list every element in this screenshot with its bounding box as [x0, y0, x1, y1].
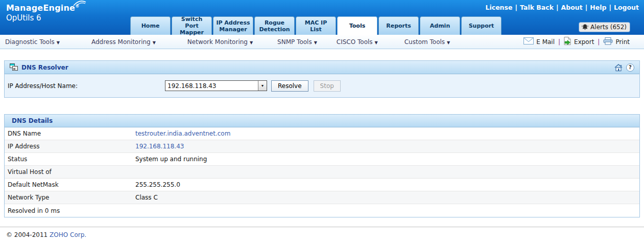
detail-label: Resolved in 0 ms	[8, 207, 135, 214]
table-row: DNS Nametestrouter.india.adventnet.com	[5, 127, 639, 140]
detail-label: Default NetMask	[8, 181, 135, 188]
brand-name: ManageEngine®	[6, 3, 79, 13]
table-row: StatusSystem up and running	[5, 153, 639, 166]
detail-label: IP Address	[8, 143, 135, 150]
detail-value: Class C	[135, 194, 158, 201]
swoosh-icon	[73, 0, 86, 7]
action-label: Print	[615, 38, 630, 46]
action-label: E Mail	[536, 38, 555, 46]
table-row: IP Address192.168.118.43	[5, 140, 639, 153]
action-separator: |	[558, 38, 560, 46]
detail-value[interactable]: testrouter.india.adventnet.com	[135, 130, 230, 137]
resolve-button[interactable]: Resolve	[271, 80, 308, 92]
chevron-down-icon: ▼	[153, 40, 156, 45]
chevron-down-icon: ▼	[447, 40, 450, 45]
bell-icon	[581, 24, 589, 31]
tab-ip-address-manager[interactable]: IP Address Manager	[213, 16, 253, 35]
chevron-down-icon: ▼	[314, 40, 317, 45]
detail-value: System up and running	[135, 156, 207, 163]
dns-resolver-panel: DNS Resolver ? IP Address/Host Name: ▼ R…	[4, 60, 640, 98]
dns-resolver-title: DNS Resolver	[21, 64, 68, 71]
menu-cisco-tools[interactable]: CISCO Tools▼	[337, 38, 378, 46]
chevron-down-icon: ▼	[57, 40, 60, 45]
zoho-link[interactable]: ZOHO Corp.	[50, 231, 86, 238]
ip-host-input[interactable]	[165, 81, 258, 91]
menu-custom-tools[interactable]: Custom Tools▼	[404, 38, 450, 46]
menu-address-monitoring[interactable]: Address Monitoring▼	[91, 38, 156, 46]
detail-label: Virtual Host of	[8, 168, 135, 176]
menu-snmp-tools[interactable]: SNMP Tools▼	[277, 38, 317, 46]
top-links: License|Talk Back|About|Help|Logout	[485, 4, 639, 11]
tab-support[interactable]: Support	[461, 16, 502, 35]
app-header: ManageEngine® OpUtils 6 License|Talk Bac…	[0, 0, 644, 35]
table-row: Network TypeClass C	[5, 191, 639, 204]
main-tabs: HomeSwitch Port MapperIP Address Manager…	[130, 16, 502, 35]
brand-text: ManageEngine	[6, 3, 75, 13]
dns-details-panel: DNS Details DNS Nametestrouter.india.adv…	[4, 114, 640, 217]
menu-diagnostic-tools[interactable]: Diagnostic Tools▼	[5, 38, 60, 46]
menu-network-monitoring[interactable]: Network Monitoring▼	[187, 38, 253, 46]
alerts-badge[interactable]: Alerts (652)	[579, 23, 630, 32]
top-link-talk-back[interactable]: Talk Back	[520, 4, 554, 11]
copyright-text: © 2004-2011	[6, 231, 47, 238]
top-link-help[interactable]: Help	[590, 4, 606, 11]
e-mail-button[interactable]: E Mail	[523, 37, 555, 46]
tab-mac-ip-list[interactable]: MAC IP List	[296, 16, 336, 35]
combobox-dropdown-icon[interactable]: ▼	[258, 81, 267, 91]
stop-button[interactable]: Stop	[314, 80, 341, 92]
chevron-down-icon: ▼	[250, 40, 253, 45]
detail-value[interactable]: 192.168.118.43	[135, 143, 184, 150]
alerts-label: Alerts (652)	[590, 24, 627, 31]
dns-resolver-icon	[10, 63, 18, 71]
tab-reports[interactable]: Reports	[378, 16, 419, 35]
link-separator: |	[609, 4, 611, 11]
top-link-logout[interactable]: Logout	[614, 4, 639, 11]
detail-label: Network Type	[8, 194, 135, 201]
page-footer: © 2004-2011 ZOHO Corp.	[0, 227, 644, 238]
dns-details-header: DNS Details	[5, 115, 639, 127]
action-label: Export	[574, 38, 594, 46]
tab-rogue-detection[interactable]: Rogue Detection	[254, 16, 295, 35]
top-link-about[interactable]: About	[561, 4, 583, 11]
envelope-icon	[523, 37, 534, 46]
home-icon[interactable]	[614, 63, 623, 72]
chevron-down-icon: ▼	[375, 40, 378, 45]
export-button[interactable]: Export	[564, 37, 594, 47]
dns-resolver-header: DNS Resolver ?	[5, 61, 639, 74]
tab-tools[interactable]: Tools	[337, 16, 377, 35]
detail-value: 255.255.255.0	[135, 181, 180, 188]
top-link-license[interactable]: License	[485, 4, 512, 11]
product-name: OpUtils 6	[6, 13, 79, 23]
dns-details-title: DNS Details	[12, 117, 53, 124]
print-button[interactable]: Print	[603, 37, 630, 47]
detail-label: Status	[8, 156, 135, 163]
tool-menus: Diagnostic Tools▼Address Monitoring▼Netw…	[5, 38, 450, 46]
link-separator: |	[585, 4, 588, 11]
tab-switch-port-mapper[interactable]: Switch Port Mapper	[172, 16, 212, 35]
detail-label: DNS Name	[8, 130, 135, 137]
link-separator: |	[556, 4, 559, 11]
action-separator: |	[598, 38, 600, 46]
tab-home[interactable]: Home	[130, 16, 171, 35]
help-icon[interactable]: ?	[626, 63, 634, 72]
printer-icon	[603, 37, 613, 47]
tools-menubar: Diagnostic Tools▼Address Monitoring▼Netw…	[0, 35, 644, 49]
tab-admin[interactable]: Admin	[420, 16, 460, 35]
app-logo: ManageEngine® OpUtils 6	[6, 3, 79, 23]
table-row: Virtual Host of	[5, 166, 639, 179]
dns-details-table: DNS Nametestrouter.india.adventnet.comIP…	[5, 127, 639, 217]
menubar-actions: E Mail|Export|Print	[523, 37, 630, 47]
table-row: Default NetMask255.255.255.0	[5, 179, 639, 191]
dns-resolver-form: IP Address/Host Name: ▼ Resolve Stop	[5, 74, 639, 97]
ip-host-label: IP Address/Host Name:	[8, 82, 165, 90]
export-icon	[564, 37, 571, 47]
ip-host-combobox: ▼	[165, 80, 267, 91]
link-separator: |	[515, 4, 517, 11]
table-row: Resolved in 0 ms	[5, 204, 639, 217]
